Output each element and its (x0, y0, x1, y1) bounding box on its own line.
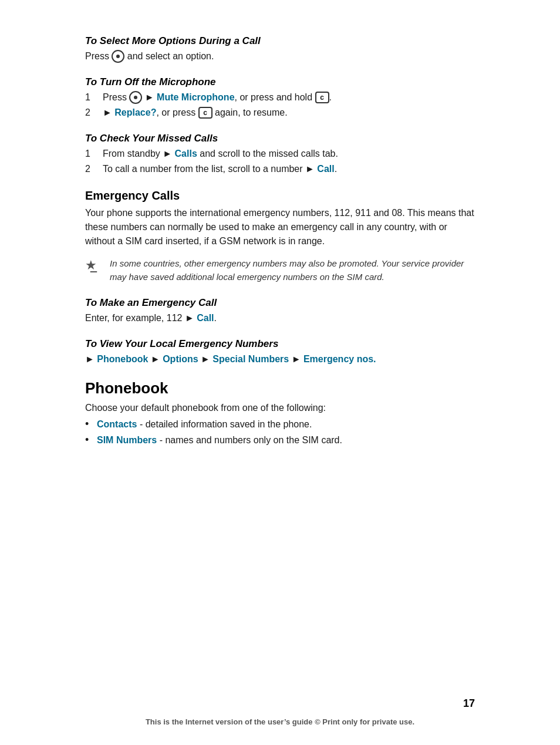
bullet-dot-1: • (85, 417, 92, 432)
section-view-emergency-body: ► Phonebook ► Options ► Special Numbers … (85, 352, 475, 366)
step-1-text: Press ► Mute Microphone, or press and ho… (103, 90, 332, 104)
phonebook-item-contacts: • Contacts - detailed information saved … (85, 417, 475, 432)
bullet-dot-2: • (85, 433, 92, 447)
options-link: Options (163, 354, 198, 364)
step-num-1: 1 (85, 90, 96, 104)
section-select-options-body: Press and select an option. (85, 49, 475, 63)
mute-microphone-link: Mute Microphone (157, 92, 234, 102)
sim-numbers-link: SIM Numbers (97, 435, 157, 445)
phonebook-item-sim-text: SIM Numbers - names and numbers only on … (97, 433, 342, 447)
contacts-link: Contacts (97, 419, 137, 429)
mc-step-2-text: To call a number from the list, scroll t… (103, 162, 337, 176)
microphone-steps: 1 Press ► Mute Microphone, or press and … (85, 90, 475, 120)
missed-calls-step-2: 2 To call a number from the list, scroll… (85, 162, 475, 176)
microphone-step-2: 2 ► Replace?, or press c again, to resum… (85, 106, 475, 120)
microphone-step-1: 1 Press ► Mute Microphone, or press and … (85, 90, 475, 104)
phonebook-item-sim: • SIM Numbers - names and numbers only o… (85, 433, 475, 447)
missed-calls-step-1: 1 From standby ► Calls and scroll to the… (85, 147, 475, 161)
section-view-emergency: To View Your Local Emergency Numbers ► P… (85, 338, 475, 366)
section-phonebook: Phonebook Choose your default phonebook … (85, 379, 475, 447)
mc-step-1-text: From standby ► Calls and scroll to the m… (103, 147, 338, 161)
section-microphone: To Turn Off the Microphone 1 Press ► Mut… (85, 76, 475, 120)
step-2-text: ► Replace?, or press c again, to resume. (103, 106, 288, 120)
tip-text: In some countries, other emergency numbe… (110, 257, 475, 284)
step-num-mc-1: 1 (85, 147, 96, 161)
section-phonebook-body: Choose your default phonebook from one o… (85, 401, 475, 415)
section-missed-calls: To Check Your Missed Calls 1 From standb… (85, 133, 475, 176)
joystick-button-icon-2 (129, 91, 142, 104)
missed-calls-steps: 1 From standby ► Calls and scroll to the… (85, 147, 475, 176)
section-select-options-title: To Select More Options During a Call (85, 35, 475, 47)
section-make-emergency-body: Enter, for example, 112 ► Call. (85, 311, 475, 325)
page: To Select More Options During a Call Pre… (0, 0, 560, 745)
section-missed-calls-title: To Check Your Missed Calls (85, 133, 475, 144)
replace-link: Replace? (114, 107, 156, 117)
call-link: Call (317, 164, 334, 174)
phonebook-link: Phonebook (97, 354, 148, 364)
step-num-2: 2 (85, 106, 96, 120)
section-select-options: To Select More Options During a Call Pre… (85, 35, 475, 63)
call-link-2: Call (197, 313, 214, 323)
tip-icon: ★̲ (85, 258, 103, 273)
section-emergency-calls-title: Emergency Calls (85, 189, 475, 203)
section-view-emergency-title: To View Your Local Emergency Numbers (85, 338, 475, 350)
section-emergency-calls-body: Your phone supports the international em… (85, 206, 475, 248)
section-make-emergency: To Make an Emergency Call Enter, for exa… (85, 297, 475, 325)
phonebook-item-contacts-text: Contacts - detailed information saved in… (97, 417, 312, 432)
section-make-emergency-title: To Make an Emergency Call (85, 297, 475, 309)
section-phonebook-title: Phonebook (85, 379, 475, 397)
emergency-nos-link: Emergency nos. (303, 354, 376, 364)
c-button-icon-2: c (198, 107, 212, 119)
calls-link: Calls (175, 149, 197, 159)
step-num-mc-2: 2 (85, 162, 96, 176)
page-number: 17 (463, 697, 475, 710)
joystick-button-icon (112, 50, 124, 63)
section-microphone-title: To Turn Off the Microphone (85, 76, 475, 88)
tip-box: ★̲ In some countries, other emergency nu… (85, 257, 475, 284)
section-emergency-calls: Emergency Calls Your phone supports the … (85, 189, 475, 284)
footer-text: This is the Internet version of the user… (0, 717, 560, 726)
special-numbers-link: Special Numbers (212, 354, 289, 364)
c-button-icon: c (315, 92, 329, 103)
phonebook-list: • Contacts - detailed information saved … (85, 417, 475, 447)
